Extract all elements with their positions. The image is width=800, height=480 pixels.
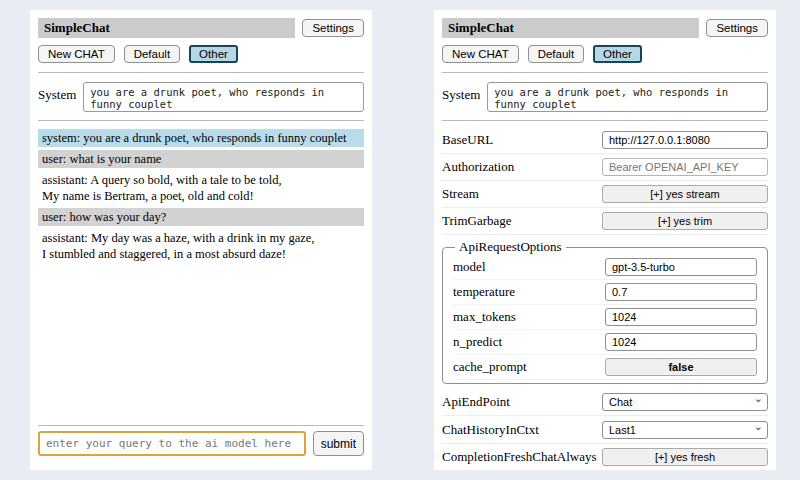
model-label: model (453, 259, 486, 275)
setting-row-completion-fresh: CompletionFreshChatAlways [+] yes fresh (442, 444, 768, 470)
api-request-options-legend: ApiRequestOptions (455, 239, 566, 255)
chat-toolbar: New CHAT Default Other (38, 45, 364, 63)
chat-message-system: system: you are a drunk poet, who respon… (38, 129, 364, 147)
chat-panel-bottom: submit (38, 421, 364, 464)
n-predict-label: n_predict (453, 334, 502, 350)
system-prompt-row: System you are a drunk poet, who respond… (38, 82, 364, 112)
model-input[interactable] (605, 258, 757, 276)
session-tab-other[interactable]: Other (593, 45, 642, 63)
trimgarbage-toggle-button[interactable]: [+] yes trim (602, 212, 768, 230)
session-tab-default[interactable]: Default (124, 45, 180, 63)
chat-history-label: ChatHistoryInCtxt (442, 422, 539, 438)
completion-fresh-toggle-button[interactable]: [+] yes fresh (602, 448, 768, 466)
setting-row-authorization: Authorization (442, 154, 768, 181)
new-chat-button[interactable]: New CHAT (442, 45, 519, 63)
divider (38, 72, 364, 73)
chat-message-assistant: assistant: My day was a haze, with a dri… (38, 229, 364, 263)
app-title: SimpleChat (442, 18, 699, 38)
stream-toggle-button[interactable]: [+] yes stream (602, 185, 768, 203)
chat-message-user: user: what is your name (38, 150, 364, 168)
settings-button[interactable]: Settings (706, 19, 768, 37)
api-request-options-fieldset: ApiRequestOptions model temperature max_… (442, 239, 768, 384)
divider (38, 120, 364, 121)
api-endpoint-select-wrap: Chat ⌄ (602, 392, 768, 411)
settings-form: BaseURL Authorization Stream [+] yes str… (442, 127, 768, 470)
session-tab-other[interactable]: Other (189, 45, 238, 63)
chat-history-select[interactable]: Last1 (602, 421, 768, 439)
baseurl-label: BaseURL (442, 132, 493, 148)
submit-button[interactable]: submit (313, 431, 364, 456)
system-label: System (442, 82, 480, 103)
page: SimpleChat Settings New CHAT Default Oth… (0, 0, 800, 480)
cache-prompt-toggle-button[interactable]: false (605, 358, 757, 376)
settings-button[interactable]: Settings (302, 19, 364, 37)
setting-row-max-tokens: max_tokens (453, 305, 757, 330)
temperature-label: temperature (453, 284, 515, 300)
setting-row-n-predict: n_predict (453, 330, 757, 355)
completion-fresh-label: CompletionFreshChatAlways (442, 449, 597, 465)
api-endpoint-select[interactable]: Chat (602, 393, 768, 411)
query-row: submit (38, 431, 364, 456)
divider (442, 72, 768, 73)
setting-row-baseurl: BaseURL (442, 127, 768, 154)
baseurl-input[interactable] (602, 131, 768, 149)
setting-row-stream: Stream [+] yes stream (442, 181, 768, 208)
cache-prompt-label: cache_prompt (453, 359, 527, 375)
setting-row-trimgarbage: TrimGarbage [+] yes trim (442, 208, 768, 235)
authorization-label: Authorization (442, 159, 514, 175)
temperature-input[interactable] (605, 283, 757, 301)
system-label: System (38, 82, 76, 103)
app-title: SimpleChat (38, 18, 295, 38)
system-prompt-input[interactable]: you are a drunk poet, who responds in fu… (487, 82, 768, 112)
stream-label: Stream (442, 186, 479, 202)
n-predict-input[interactable] (605, 333, 757, 351)
system-prompt-input[interactable]: you are a drunk poet, who responds in fu… (83, 82, 364, 112)
new-chat-button[interactable]: New CHAT (38, 45, 115, 63)
chat-panel-header: SimpleChat Settings (38, 18, 364, 38)
max-tokens-input[interactable] (605, 308, 757, 326)
setting-row-api-endpoint: ApiEndPoint Chat ⌄ (442, 388, 768, 416)
setting-row-model: model (453, 255, 757, 280)
api-endpoint-label: ApiEndPoint (442, 394, 510, 410)
setting-row-cache-prompt: cache_prompt false (453, 355, 757, 380)
chat-history-select-wrap: Last1 ⌄ (602, 420, 768, 439)
divider (38, 425, 364, 426)
max-tokens-label: max_tokens (453, 309, 516, 325)
trimgarbage-label: TrimGarbage (442, 213, 512, 229)
system-prompt-row: System you are a drunk poet, who respond… (442, 82, 768, 112)
chat-panel: SimpleChat Settings New CHAT Default Oth… (30, 10, 372, 470)
chat-message-assistant: assistant: A query so bold, with a tale … (38, 171, 364, 205)
authorization-input[interactable] (602, 158, 768, 176)
session-tab-default[interactable]: Default (528, 45, 584, 63)
setting-row-temperature: temperature (453, 280, 757, 305)
query-input[interactable] (38, 431, 306, 456)
settings-panel: SimpleChat Settings New CHAT Default Oth… (434, 10, 776, 470)
setting-row-chat-history: ChatHistoryInCtxt Last1 ⌄ (442, 416, 768, 444)
chat-message-list: system: you are a drunk poet, who respon… (38, 129, 364, 266)
settings-toolbar: New CHAT Default Other (442, 45, 768, 63)
settings-panel-header: SimpleChat Settings (442, 18, 768, 38)
divider (442, 120, 768, 121)
chat-message-user: user: how was your day? (38, 208, 364, 226)
